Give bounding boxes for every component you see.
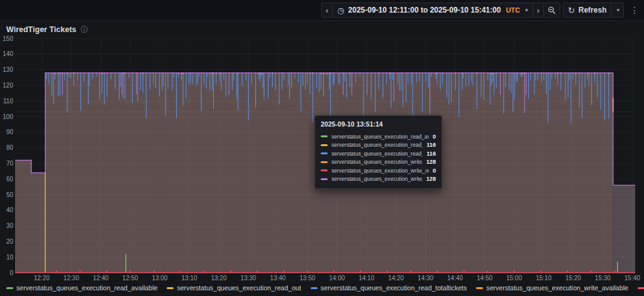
legend-label: serverstatus_queues_execution_write_avai… [486,284,628,292]
tooltip-rows: serverstatus_queues_execution_read_avail… [321,132,436,183]
series-swatch-icon [321,135,328,137]
axis-tick-label: 80 [6,144,14,151]
axis-tick-label: 90 [6,128,14,135]
tooltip-timestamp: 2025-09-10 13:51:14 [321,120,436,128]
tooltip-series-value: 0 [433,134,436,140]
series-swatch-icon [321,178,328,180]
axis-tick-label: 120 [3,82,13,89]
axis-tick-label: 12:40 [93,275,109,282]
series-swatch-icon [321,161,328,163]
axis-tick-label: 14:00 [329,275,345,282]
tooltip-series-name: serverstatus_queues_execution_read_out [331,142,423,148]
tooltip-row: serverstatus_queues_execution_read_avail… [321,132,436,141]
axis-tick-label: 0 [9,270,13,276]
axis-tick-label: 50 [6,191,14,198]
chart-legend: serverstatus_queues_execution_read_avail… [6,284,641,292]
series-swatch-icon [6,287,13,289]
axis-tick-label: 140 [3,50,13,57]
chart-tooltip: 2025-09-10 13:51:14 serverstatus_queues_… [314,115,442,189]
tooltip-row: serverstatus_queues_execution_read_total… [321,149,436,158]
tooltip-row: serverstatus_queues_execution_write_out0 [321,166,436,175]
axis-tick-label: 15:20 [565,275,581,282]
axis-tick-label: 15:30 [595,275,611,282]
tooltip-row: serverstatus_queues_execution_write_avai… [321,158,436,167]
legend-item[interactable]: serverstatus_queues_execution_write_avai… [476,284,628,292]
axis-tick-label: 110 [3,98,13,105]
legend-label: serverstatus_queues_execution_read_avail… [16,284,157,292]
tooltip-series-value: 0 [433,168,436,174]
series-swatch-icon [321,144,328,146]
tooltip-row: serverstatus_queues_execution_write_tota… [321,175,436,184]
axis-tick-label: 15:10 [536,275,552,282]
axis-tick-label: 12:30 [64,275,79,282]
axis-tick-label: 13:30 [240,275,256,282]
legend-item[interactable]: serverstatus_queues_execution_read_avail… [6,284,157,292]
tooltip-series-name: serverstatus_queues_execution_write_out [331,168,429,174]
tooltip-series-value: 128 [426,176,436,182]
tooltip-series-name: serverstatus_queues_execution_read_total… [331,151,423,157]
axis-tick-label: 60 [6,176,14,183]
axis-tick-label: 14:10 [358,275,374,282]
axis-tick-label: 14:20 [388,275,404,282]
legend-item[interactable]: serverstatus_queues_execution_read_total… [311,284,467,292]
tooltip-series-name: serverstatus_queues_execution_write_avai… [331,159,423,165]
legend-label: serverstatus_queues_execution_read_out [177,284,301,292]
axis-tick-label: 15:40 [625,275,640,282]
tooltip-series-name: serverstatus_queues_execution_write_tota… [331,176,423,182]
axis-tick-label: 150 [3,35,13,42]
legend-item[interactable]: serverstatus_queues_execution_write_out [638,284,644,292]
series-swatch-icon [321,169,328,171]
axis-tick-label: 40 [6,207,14,213]
tooltip-series-value: 116 [426,151,436,157]
axis-tick-label: 13:10 [182,275,197,282]
axis-tick-label: 14:50 [477,275,492,282]
legend-item[interactable]: serverstatus_queues_execution_read_out [167,284,301,292]
series-swatch-icon [311,287,318,289]
series-swatch-icon [167,287,174,289]
axis-tick-label: 100 [3,113,13,120]
axis-tick-label: 14:40 [447,275,463,282]
tooltip-series-value: 128 [426,159,436,165]
grafana-dashboard: ‹ ◷ 2025-09-10 12:11:00 to 2025-09-10 15… [0,0,644,296]
tooltip-series-name: serverstatus_queues_execution_read_avail… [331,134,429,140]
series-swatch-icon [476,287,483,289]
axis-tick-label: 70 [6,160,14,167]
axis-tick-label: 12:20 [34,275,50,282]
axis-tick-label: 30 [6,222,14,229]
axis-tick-label: 15:00 [506,275,522,282]
axis-tick-label: 20 [6,238,14,245]
axis-tick-label: 13:20 [211,275,226,282]
axis-tick-label: 130 [3,66,13,73]
axis-tick-label: 13:00 [152,275,168,282]
axis-tick-label: 13:50 [299,275,315,282]
series-swatch-icon [638,287,644,289]
axis-tick-label: 12:50 [123,275,138,282]
tooltip-row: serverstatus_queues_execution_read_out11… [321,141,436,150]
legend-label: serverstatus_queues_execution_read_total… [321,284,467,292]
tooltip-series-value: 116 [426,142,436,148]
axis-tick-label: 14:30 [418,275,433,282]
axis-tick-label: 13:40 [270,275,286,282]
axis-tick-label: 10 [6,254,14,261]
series-swatch-icon [321,152,328,154]
